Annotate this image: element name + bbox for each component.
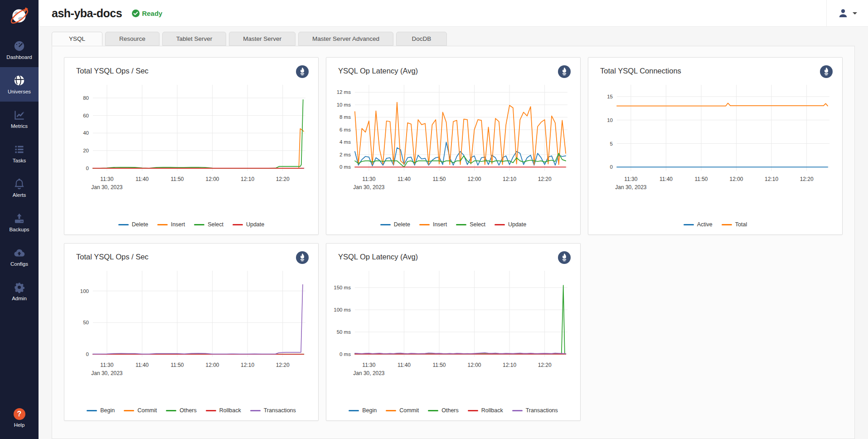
svg-text:Jan 30, 2023: Jan 30, 2023 <box>615 184 647 190</box>
legend-swatch <box>250 410 261 411</box>
svg-text:50 ms: 50 ms <box>337 329 351 335</box>
sidebar-item-universes[interactable]: Universes <box>0 67 39 102</box>
svg-text:11:30: 11:30 <box>624 176 637 182</box>
sidebar-item-configs[interactable]: Configs <box>0 239 39 274</box>
chart-svg[interactable]: 11:3011:4011:5012:0012:1012:20Jan 30, 20… <box>329 80 576 192</box>
help-icon: ? <box>14 408 25 420</box>
legend-label: Commit <box>137 407 157 414</box>
tab-resource[interactable]: Resource <box>105 32 160 46</box>
yugabyte-logo[interactable] <box>0 0 39 33</box>
sidebar-item-backups[interactable]: Backups <box>0 205 39 239</box>
sidebar: Dashboard Universes Metrics Tasks Alerts <box>0 0 39 439</box>
legend-label: Commit <box>399 407 419 414</box>
legend-item-update[interactable]: Update <box>233 221 264 228</box>
legend-label: Rollback <box>219 407 241 414</box>
svg-text:80: 80 <box>83 95 89 101</box>
cloud-upload-icon <box>13 247 25 259</box>
chart-canvas[interactable]: 11:3011:4011:5012:0012:1012:20Jan 30, 20… <box>326 80 580 192</box>
legend-item-rollback[interactable]: Rollback <box>468 407 503 414</box>
sidebar-item-tasks[interactable]: Tasks <box>0 136 39 171</box>
svg-text:Jan 30, 2023: Jan 30, 2023 <box>91 184 123 190</box>
legend-item-select[interactable]: Select <box>456 221 485 228</box>
prometheus-icon[interactable] <box>296 65 309 78</box>
status-label: Ready <box>142 10 162 17</box>
topbar: ash-yba-docs Ready <box>39 0 868 27</box>
legend-label: Select <box>208 221 223 228</box>
chart-panel-ysql-ops: Total YSQL Ops / Sec 11:3011:4011:5012:0… <box>64 57 319 235</box>
chart-svg[interactable]: 11:3011:4011:5012:0012:1012:20Jan 30, 20… <box>67 266 314 378</box>
legend-label: Transactions <box>264 407 296 414</box>
svg-text:0: 0 <box>86 166 89 171</box>
legend-label: Begin <box>100 407 115 414</box>
legend-item-others[interactable]: Others <box>166 407 197 414</box>
svg-text:11:30: 11:30 <box>100 176 113 182</box>
legend-item-commit[interactable]: Commit <box>386 407 419 414</box>
legend-item-rollback[interactable]: Rollback <box>206 407 241 414</box>
legend-item-transactions[interactable]: Transactions <box>250 407 296 414</box>
sidebar-item-alerts[interactable]: Alerts <box>0 171 39 205</box>
chart-svg[interactable]: 11:3011:4011:5012:0012:1012:20Jan 30, 20… <box>67 80 314 192</box>
svg-text:12:20: 12:20 <box>276 362 290 368</box>
sidebar-item-label: Dashboard <box>6 54 32 60</box>
chart-svg[interactable]: 11:3011:4011:5012:0012:1012:20Jan 30, 20… <box>329 266 576 378</box>
svg-text:100: 100 <box>80 288 89 294</box>
legend-item-insert[interactable]: Insert <box>419 221 447 228</box>
sidebar-item-help[interactable]: ? Help <box>0 402 39 434</box>
legend-label: Total <box>735 221 747 228</box>
legend-item-update[interactable]: Update <box>495 221 526 228</box>
chart-canvas[interactable]: 11:3011:4011:5012:0012:1012:20Jan 30, 20… <box>326 266 580 378</box>
tab-ysql[interactable]: YSQL <box>52 32 102 46</box>
legend-item-begin[interactable]: Begin <box>349 407 377 414</box>
tab-docdb[interactable]: DocDB <box>396 32 447 46</box>
chart-title: YSQL Op Latency (Avg) <box>338 251 418 261</box>
svg-text:40: 40 <box>83 130 89 136</box>
legend-swatch <box>386 410 396 411</box>
legend-item-transactions[interactable]: Transactions <box>512 407 558 414</box>
svg-text:0: 0 <box>610 164 613 170</box>
legend-item-select[interactable]: Select <box>194 221 223 228</box>
prometheus-icon[interactable] <box>296 251 309 264</box>
backup-icon <box>13 212 25 224</box>
sidebar-item-metrics[interactable]: Metrics <box>0 102 39 136</box>
legend-item-delete[interactable]: Delete <box>118 221 148 228</box>
prometheus-icon[interactable] <box>558 251 571 264</box>
svg-text:11:50: 11:50 <box>170 362 184 368</box>
tab-master-server[interactable]: Master Server <box>229 32 296 46</box>
svg-text:8 ms: 8 ms <box>339 114 351 120</box>
legend-swatch <box>456 224 466 225</box>
chart-svg[interactable]: 11:3011:4011:5012:0012:1012:20Jan 30, 20… <box>591 80 838 192</box>
legend-item-total[interactable]: Total <box>722 221 747 228</box>
svg-text:0 ms: 0 ms <box>339 164 351 170</box>
sidebar-item-label: Universes <box>8 89 31 94</box>
svg-text:11:50: 11:50 <box>432 362 446 368</box>
legend-item-commit[interactable]: Commit <box>124 407 157 414</box>
prometheus-icon[interactable] <box>558 65 571 78</box>
legend-swatch <box>684 224 694 225</box>
svg-text:11:30: 11:30 <box>362 176 375 182</box>
legend-item-delete[interactable]: Delete <box>380 221 410 228</box>
sidebar-item-label: Help <box>14 422 25 428</box>
legend-item-insert[interactable]: Insert <box>157 221 185 228</box>
chart-canvas[interactable]: 11:3011:4011:5012:0012:1012:20Jan 30, 20… <box>64 266 318 378</box>
sidebar-item-dashboard[interactable]: Dashboard <box>0 33 39 67</box>
user-icon <box>838 8 849 19</box>
prometheus-icon[interactable] <box>820 65 833 78</box>
legend-label: Update <box>246 221 264 228</box>
chart-canvas[interactable]: 11:3011:4011:5012:0012:1012:20Jan 30, 20… <box>588 80 842 192</box>
chart-legend: DeleteInsertSelectUpdate <box>64 218 318 234</box>
svg-text:100 ms: 100 ms <box>334 307 351 312</box>
tab-tablet-server[interactable]: Tablet Server <box>162 32 227 46</box>
legend-item-active[interactable]: Active <box>684 221 713 228</box>
legend-swatch <box>206 410 216 411</box>
sidebar-item-admin[interactable]: Admin <box>0 274 39 308</box>
legend-item-begin[interactable]: Begin <box>87 407 115 414</box>
chart-legend: BeginCommitOthersRollbackTransactions <box>326 404 580 420</box>
legend-item-others[interactable]: Others <box>428 407 459 414</box>
sidebar-item-label: Configs <box>10 261 28 267</box>
svg-text:10 ms: 10 ms <box>337 102 351 107</box>
svg-text:Jan 30, 2023: Jan 30, 2023 <box>91 370 123 376</box>
tab-master-server-advanced[interactable]: Master Server Advanced <box>298 32 393 46</box>
user-menu[interactable] <box>826 0 868 26</box>
chart-canvas[interactable]: 11:3011:4011:5012:0012:1012:20Jan 30, 20… <box>64 80 318 192</box>
svg-text:12:00: 12:00 <box>468 362 481 368</box>
